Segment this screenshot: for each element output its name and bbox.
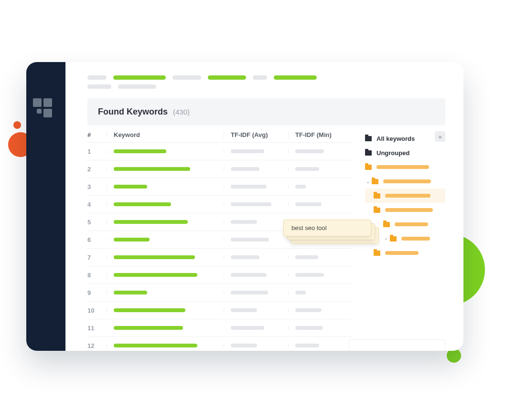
- crumb-placeholder: [87, 84, 111, 89]
- value-placeholder: [231, 291, 268, 294]
- col-number[interactable]: #: [87, 131, 107, 138]
- breadcrumb-secondary: [87, 84, 463, 89]
- cell-tfidf-avg: [224, 273, 288, 277]
- breadcrumb: [87, 75, 463, 80]
- folder-icon: [374, 251, 380, 256]
- collapse-panel-button[interactable]: »: [435, 131, 445, 142]
- group-all-keywords[interactable]: All keywords: [365, 131, 445, 146]
- cell-keyword: [107, 273, 224, 277]
- cell-keyword: [107, 308, 224, 312]
- chevron-down-icon[interactable]: ⌄: [365, 179, 371, 184]
- group-placeholder: [385, 194, 430, 198]
- cell-tfidf-avg: [224, 238, 288, 242]
- row-number: 2: [87, 166, 107, 173]
- value-placeholder: [231, 238, 269, 242]
- chevron-right-icon[interactable]: ›: [383, 236, 389, 242]
- cell-tfidf-avg: [224, 220, 288, 224]
- value-placeholder: [231, 344, 257, 347]
- crumb-placeholder: [113, 75, 166, 80]
- group-item[interactable]: [365, 160, 445, 174]
- col-tfidf-avg[interactable]: TF-IDF (Avg): [224, 131, 288, 138]
- main-content: Found Keywords (430) # Keyword TF-IDF (A…: [65, 62, 463, 351]
- table-row[interactable]: 11: [87, 319, 352, 337]
- sidebar: [26, 62, 65, 351]
- cell-keyword: [107, 326, 224, 330]
- value-placeholder: [231, 185, 267, 189]
- cell-tfidf-avg: [224, 255, 288, 259]
- row-number: 4: [87, 201, 107, 208]
- cell-tfidf-min: [288, 202, 352, 206]
- app-window: Found Keywords (430) # Keyword TF-IDF (A…: [26, 62, 463, 351]
- keyword-placeholder: [114, 308, 185, 312]
- title-count: (430): [173, 108, 190, 116]
- value-placeholder: [295, 255, 318, 259]
- cell-tfidf-min: [288, 149, 352, 153]
- group-subitem-active[interactable]: [365, 189, 445, 203]
- table-row[interactable]: 3: [87, 178, 352, 196]
- col-tfidf-min[interactable]: TF-IDF (Min): [288, 131, 352, 138]
- cell-keyword: [107, 202, 224, 206]
- table-row[interactable]: 9: [87, 284, 352, 302]
- keyword-placeholder: [114, 185, 147, 189]
- cell-keyword: [107, 185, 224, 189]
- table-row[interactable]: 8: [87, 266, 352, 284]
- table-header: # Keyword TF-IDF (Avg) TF-IDF (Min): [87, 131, 352, 143]
- value-placeholder: [295, 308, 322, 312]
- group-subitem[interactable]: [365, 246, 445, 260]
- value-placeholder: [295, 185, 306, 189]
- table-row[interactable]: 7: [87, 249, 352, 266]
- folder-icon: [390, 236, 397, 242]
- folder-icon: [365, 165, 372, 170]
- value-placeholder: [231, 202, 271, 206]
- table-row[interactable]: 4: [87, 196, 352, 213]
- value-placeholder: [295, 149, 324, 153]
- table-row[interactable]: 12: [87, 337, 352, 351]
- crumb-placeholder: [253, 75, 267, 80]
- cell-tfidf-avg: [224, 167, 288, 171]
- group-ungrouped[interactable]: Ungrouped: [365, 146, 445, 160]
- row-number: 8: [87, 272, 107, 279]
- keyword-placeholder: [114, 149, 166, 153]
- row-number: 9: [87, 289, 107, 296]
- tooltip-card[interactable]: best seo tool: [283, 220, 371, 236]
- folder-icon: [365, 150, 372, 156]
- value-placeholder: [295, 167, 319, 171]
- cell-tfidf-min: [288, 167, 352, 171]
- table-row[interactable]: 10: [87, 302, 352, 319]
- cell-keyword: [107, 291, 224, 294]
- group-label: Ungrouped: [376, 149, 409, 157]
- value-placeholder: [231, 167, 259, 171]
- section-header: Found Keywords (430): [87, 98, 445, 126]
- col-keyword[interactable]: Keyword: [107, 131, 224, 138]
- cell-tfidf-avg: [224, 185, 288, 189]
- table-row[interactable]: 1: [87, 143, 352, 160]
- crumb-placeholder: [87, 75, 107, 80]
- group-item-expandable[interactable]: ⌄: [365, 174, 445, 189]
- folder-icon: [374, 193, 380, 199]
- panel-footer-input[interactable]: [349, 339, 445, 351]
- cell-tfidf-min: [288, 291, 352, 294]
- cell-tfidf-avg: [224, 308, 288, 312]
- cell-tfidf-min: [288, 344, 352, 347]
- row-number: 6: [87, 236, 107, 243]
- value-placeholder: [295, 202, 322, 206]
- value-placeholder: [231, 255, 259, 259]
- value-placeholder: [295, 344, 319, 347]
- cell-keyword: [107, 238, 224, 242]
- row-number: 7: [87, 254, 107, 261]
- group-subitem[interactable]: [365, 203, 445, 217]
- table-row[interactable]: 2: [87, 160, 352, 178]
- crumb-placeholder: [172, 75, 201, 80]
- keyword-placeholder: [114, 167, 190, 171]
- decor-dot-orange-small: [13, 121, 21, 129]
- group-placeholder: [385, 208, 433, 212]
- row-number: 12: [87, 342, 107, 349]
- app-logo-icon: [33, 98, 53, 118]
- keyword-placeholder: [114, 238, 150, 242]
- cell-tfidf-avg: [224, 326, 288, 330]
- group-placeholder: [376, 165, 429, 169]
- keyword-placeholder: [114, 291, 147, 294]
- cell-tfidf-avg: [224, 291, 288, 294]
- cell-tfidf-avg: [224, 149, 288, 153]
- cell-tfidf-avg: [224, 344, 288, 347]
